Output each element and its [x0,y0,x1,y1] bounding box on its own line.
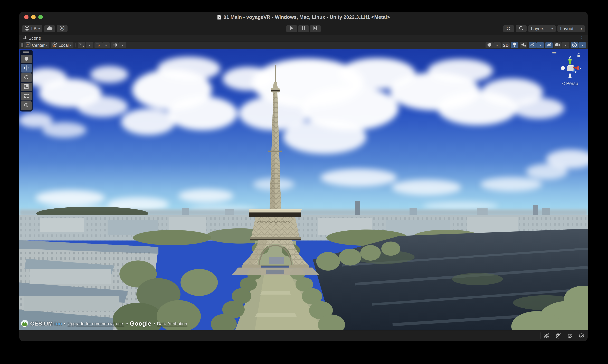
cloud-services-button[interactable] [44,25,55,32]
hexagon-d-icon: D [59,26,65,32]
axis-gizmo[interactable]: y z x [559,56,581,79]
persp-label: Persp [566,81,578,86]
cube-icon [52,42,57,48]
database-slash-icon [555,333,561,339]
pause-button[interactable] [298,25,309,32]
play-controls [19,25,588,32]
tab-scene-label: Scene [28,36,41,41]
axis-y-label: y [569,56,571,59]
eye-slash-icon [546,42,552,48]
pivot-label: Center [32,43,45,48]
hand-icon [24,56,29,62]
projection-toggle[interactable]: < Persp [562,81,578,86]
draw-mode-caret[interactable]: ▾ [493,42,501,48]
debugger-disabled-button[interactable] [543,332,550,340]
tab-scene[interactable]: Scene [22,35,42,41]
tool-handle-pivot-dropdown[interactable]: Center ▾ [24,42,49,48]
snap-increment-button[interactable] [111,42,119,48]
draw-mode-button[interactable] [485,42,493,48]
move-arrows-icon [23,65,29,72]
layers-dropdown[interactable]: Layers ▾ [528,25,556,32]
auto-refresh-disabled-button[interactable] [566,332,574,340]
lightbulb-icon [513,42,517,48]
cache-server-disabled-button[interactable] [554,332,562,340]
grid-visibility-button[interactable]: Y [78,42,85,48]
grid-snapping-caret[interactable]: ▾ [102,42,110,48]
effects-toggle[interactable] [529,42,536,48]
move-tool-button[interactable] [21,64,32,73]
cesium-logo-icon [21,320,28,327]
tab-bar: Scene ⋮ [19,35,588,41]
rotate-tool-button[interactable] [21,73,32,82]
undo-history-button[interactable]: ↺ [503,25,514,32]
grid-visibility-caret[interactable]: ▾ [86,42,93,48]
kebab-menu-icon[interactable]: ⋮ [579,35,585,41]
palette-drag-handle[interactable] [23,51,29,53]
step-button[interactable] [310,25,321,32]
refresh-slash-icon [567,333,573,339]
effects-star-icon [530,42,535,48]
pause-icon [302,26,305,32]
scale-tool-button[interactable] [21,83,32,91]
rotate-icon [24,75,29,81]
tool-handle-rotation-dropdown[interactable]: Local ▾ [51,42,73,48]
view-hand-tool-button[interactable] [21,55,32,63]
scene-file-icon [217,14,221,20]
search-button[interactable] [516,25,526,32]
scene-visibility-toggle[interactable] [545,42,553,48]
activity-ok-indicator[interactable] [578,332,585,340]
ruler-ticks-icon [112,42,117,48]
transform-icon [24,103,29,109]
rect-tool-button[interactable] [21,92,32,101]
camera-settings-caret[interactable]: ▾ [562,42,569,48]
effects-caret[interactable]: ▾ [536,42,544,48]
version-control-button[interactable]: D [57,25,68,32]
scene-lighting-toggle[interactable] [511,42,518,48]
camera-settings-button[interactable] [554,42,562,48]
play-button[interactable] [286,25,297,32]
toggle-2d-button[interactable]: 2D [502,42,510,48]
divider [576,332,576,339]
scene-viewport[interactable]: y z x < Persp [19,49,588,330]
chevron-down-icon: ▾ [565,44,567,47]
gizmos-sphere-icon [572,42,577,48]
chevron-down-icon: ▾ [105,44,107,47]
divider [75,43,76,47]
gizmos-toggle[interactable] [571,42,578,48]
transform-tool-button[interactable] [21,101,32,110]
title-bar[interactable]: 01 Main - voyageVR - Windows, Mac, Linux… [19,12,588,23]
search-icon [519,26,524,32]
tower-plaza [232,268,319,275]
audio-mute-toggle[interactable] [520,42,527,48]
chevron-down-icon: ▾ [46,44,48,47]
snap-increment-caret[interactable]: ▾ [119,42,126,48]
title-wrap: 01 Main - voyageVR - Windows, Mac, Linux… [19,12,588,23]
overlay-menu-icon[interactable] [552,52,556,54]
axis-neg-cone-bottom[interactable] [568,72,572,78]
google-logo: Google [130,320,151,327]
account-label: LB [31,26,37,31]
check-circle-icon [579,333,584,339]
layers-label: Layers [531,26,544,31]
scale-icon [24,84,29,90]
2d-label: 2D [503,43,509,48]
chevron-down-icon: ▾ [122,44,124,47]
step-icon [313,26,318,32]
upgrade-link[interactable]: Upgrade for commercial use. [68,321,124,326]
toolbar-drag-handle[interactable] [21,43,23,47]
divider [564,332,564,339]
person-icon [24,26,29,32]
layout-dropdown[interactable]: Layout ▾ [557,25,585,32]
orientation-gizmo-overlay: y z x < Persp [550,51,585,86]
scene-3d-view[interactable] [19,49,588,330]
shaded-sphere-icon [487,42,492,48]
account-dropdown[interactable]: LB ▾ [22,25,42,32]
data-attribution-link[interactable]: Data Attribution [157,321,187,326]
grid-snapping-button[interactable] [95,42,102,48]
grid-axis-icon: Y [79,42,84,48]
gizmos-caret[interactable]: ▾ [579,42,586,48]
gizmo-cube[interactable] [567,66,573,71]
chevron-down-icon: ▾ [70,44,72,47]
axis-z-label: z [575,70,577,74]
bullet-separator: • [64,321,66,326]
